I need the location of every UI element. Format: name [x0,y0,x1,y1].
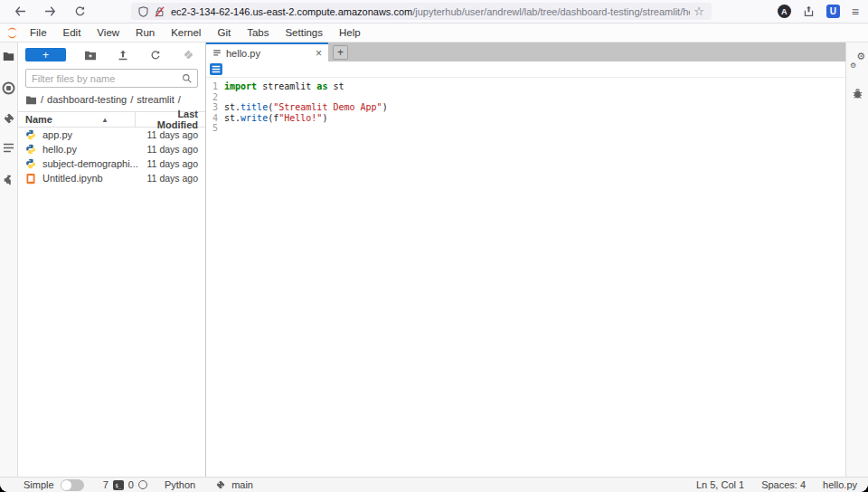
tab-hello-py[interactable]: hello.py × [206,43,328,62]
git-toolbar-icon[interactable] [180,49,196,61]
menu-settings[interactable]: Settings [277,27,331,38]
running-sessions-tab-icon[interactable] [2,81,15,112]
address-bar[interactable]: ec2-3-134-62-146.us-east-2.compute.amazo… [131,3,712,20]
browser-window: ec2-3-134-62-146.us-east-2.compute.amazo… [0,0,868,492]
right-sidebar: ⚙ ⚙ [845,43,868,477]
file-list: app.py11 days agohello.py11 days agosubj… [18,128,205,477]
gear-small-icon: ⚙ [850,62,856,70]
menu-kernel[interactable]: Kernel [163,27,209,38]
forward-icon[interactable] [39,3,61,21]
line-number: 4 [206,113,224,124]
reload-icon[interactable] [69,3,90,21]
simple-mode-toggle[interactable] [61,479,84,491]
code-line: 2 [206,92,845,103]
gear-icon: ⚙ [856,51,865,62]
code-line: 4st.write(f"Hello!") [206,113,845,124]
url-path: /jupyterhub/user/andrewl/lab/tree/dashbo… [412,6,690,17]
insecure-lock-icon[interactable] [155,6,165,17]
file-modified: 11 days ago [147,129,198,140]
debugger-tab-icon[interactable] [852,87,863,99]
file-row[interactable]: subject-demographi...11 days ago [18,156,205,171]
git-tab-icon[interactable] [3,112,15,143]
python-file-icon [25,129,37,140]
file-browser-panel: + [18,43,206,477]
tracking-shield-icon[interactable] [138,6,148,17]
file-row[interactable]: Untitled.ipynb11 days ago [18,171,205,185]
editor-area: hello.py × + 1import streamlit as st23st… [206,43,845,477]
menu-edit[interactable]: Edit [55,27,90,38]
code-text: import streamlit as st [224,81,344,92]
code-line: 3st.title("Streamlit Demo App") [206,102,845,113]
browser-extensions-area: A U ≡ [778,5,859,19]
file-row[interactable]: app.py11 days ago [18,128,205,142]
main-area: + [0,43,868,477]
active-filename: hello.py [823,479,857,490]
sort-ascending-icon[interactable]: ▴ [103,116,107,124]
menu-run[interactable]: Run [127,27,163,38]
kernel-count[interactable]: 0 [128,479,134,490]
browser-menu-icon[interactable]: ≡ [852,5,859,19]
git-branch-icon [215,479,226,490]
tab-close-icon[interactable]: × [316,48,322,59]
file-name: Untitled.ipynb [42,173,147,184]
line-number: 3 [206,102,224,113]
add-tab-button[interactable]: + [333,45,348,60]
table-of-contents-tab-icon[interactable] [3,143,14,174]
line-number: 5 [206,123,224,134]
url-domain: ec2-3-134-62-146.us-east-2.compute.amazo… [171,6,412,17]
ublock-shield-icon[interactable]: U [826,5,840,18]
menu-help[interactable]: Help [331,27,369,38]
upload-icon[interactable] [115,50,131,61]
home-folder-icon[interactable] [25,95,37,105]
file-row[interactable]: hello.py11 days ago [18,142,205,156]
code-line: 5 [206,123,845,134]
file-browser-tab-icon[interactable] [3,51,14,81]
terminal-icon: $_ [113,480,124,490]
new-launcher-button[interactable]: + [25,48,66,62]
property-inspector-tab-icon[interactable]: ⚙ ⚙ [850,53,864,68]
tab-title: hello.py [226,48,311,59]
column-name-label: Name [25,114,52,125]
back-icon[interactable] [9,3,31,21]
menu-view[interactable]: View [89,27,127,38]
menu-tabs[interactable]: Tabs [239,27,277,38]
browser-toolbar: ec2-3-134-62-146.us-east-2.compute.amazo… [0,0,868,24]
code-text: st.write(f"Hello!") [224,113,327,124]
cursor-position[interactable]: Ln 5, Col 1 [696,479,744,490]
menu-file[interactable]: File [22,27,55,38]
breadcrumb-separator: / [41,94,43,105]
notebook-file-icon [25,173,37,184]
toggle-knob [61,480,71,490]
menu-git[interactable]: Git [209,27,239,38]
git-branch-name[interactable]: main [231,479,253,490]
file-modified: 11 days ago [147,173,198,184]
render-streamlit-icon[interactable] [210,63,222,75]
extension-a-icon[interactable]: A [778,5,791,18]
breadcrumb-dashboard-testing[interactable]: dashboard-testing [47,94,127,105]
bookmark-star-icon[interactable]: ☆ [693,5,704,18]
filter-files-input[interactable] [32,73,182,84]
file-tab-icon [212,49,222,58]
editor-toolbar [206,62,845,78]
code-area[interactable]: 1import streamlit as st23st.title("Strea… [206,78,845,477]
share-icon[interactable] [803,5,815,17]
status-bar: Simple 7 $_ 0 Python main Ln 5, Col 1 Sp… [0,477,868,492]
jupyter-logo-icon [6,27,18,39]
kernel-icon [138,480,147,489]
new-folder-icon[interactable] [82,50,99,61]
breadcrumb-segments: /dashboard-testing/streamlit/ [37,94,184,105]
simple-mode-label: Simple [24,479,54,490]
refresh-icon[interactable] [147,50,164,61]
column-name[interactable]: Name ▴ [18,112,136,127]
kernel-name[interactable]: Python [165,479,195,490]
breadcrumb-separator: / [130,94,133,105]
line-number: 2 [206,92,224,103]
file-name: app.py [42,129,147,140]
breadcrumb-separator: / [178,94,181,105]
terminal-count[interactable]: 7 [103,479,108,490]
breadcrumb-streamlit[interactable]: streamlit [137,94,175,105]
indent-setting[interactable]: Spaces: 4 [761,479,806,490]
file-name: subject-demographi... [42,158,147,169]
filter-files-box[interactable] [25,69,198,88]
extensions-tab-icon[interactable] [3,174,15,204]
